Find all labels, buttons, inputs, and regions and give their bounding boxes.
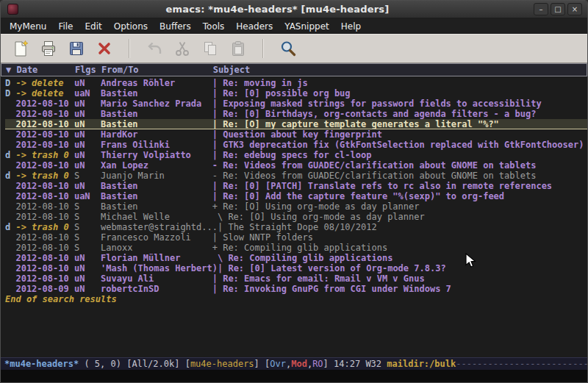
message-row[interactable]: d -> trash 0 S webmaster@straightd... | … — [5, 222, 587, 232]
modeline-segment[interactable]: W32 — [365, 359, 387, 369]
modeline-segment[interactable]: Ovr — [270, 359, 286, 369]
msg-flags: uaN — [74, 88, 101, 99]
message-row[interactable]: 2012-08-10 uN Florian Müllner \ Re: Comp… — [5, 253, 587, 263]
msg-mark — [5, 232, 15, 243]
msg-date: 2012-08-10 — [15, 129, 74, 140]
menu-item-options[interactable]: Options — [108, 20, 154, 33]
modeline-segment[interactable]: maildir:/bulk — [387, 359, 456, 369]
cut-button[interactable] — [169, 37, 196, 60]
message-row[interactable]: 2012-08-10 uN Bastien | Re: [0] Birthday… — [5, 109, 587, 119]
column-header-from[interactable]: From/To — [101, 64, 213, 76]
column-header-subject[interactable]: Subject — [213, 64, 251, 76]
menu-item-yasnippet[interactable]: YASnippet — [279, 20, 335, 33]
menu-item-buffers[interactable]: Buffers — [154, 20, 197, 33]
msg-subject: | The Straight Dope 08/10/2012 — [218, 222, 587, 232]
message-row[interactable]: 2012-08-10 S Francesco Mazzoli | Slow NN… — [5, 232, 587, 243]
window-menu-icon[interactable] — [7, 4, 18, 15]
msg-subject: | Re: [O] my capture template generates … — [212, 119, 587, 129]
msg-flags: uN — [74, 273, 101, 284]
msg-date: 2012-08-10 — [15, 212, 74, 222]
msg-subject: | Re: [0] Latest version of Org-mode 7.8… — [218, 263, 587, 273]
message-row[interactable]: 2012-08-10 S Lanoxx + Re: Compiling glib… — [5, 243, 587, 253]
message-row[interactable]: D -> delete uN Andreas Röhler | Re: movi… — [5, 78, 587, 88]
msg-subject: | Question about key fingerprint — [212, 129, 587, 140]
message-row[interactable]: d -> trash 0 uN Thierry Volpiatto | Re: … — [5, 150, 587, 160]
msg-subject: | Re: [0] Add the capture feature "%(sex… — [212, 191, 587, 201]
msg-mark: d — [5, 150, 15, 160]
menu-item-help[interactable]: Help — [335, 20, 367, 33]
copy-icon — [201, 40, 219, 57]
message-row[interactable]: 2012-08-10 uN Suvayu Ali | Re: Emacs for… — [5, 273, 587, 284]
search-button[interactable] — [275, 37, 301, 60]
msg-mark — [5, 119, 15, 129]
new-file-button[interactable] — [7, 37, 34, 60]
msg-date: 2012-08-10 — [15, 232, 74, 243]
msg-mark — [5, 191, 15, 201]
menu-item-mymenu[interactable]: MyMenu — [4, 20, 52, 33]
menu-item-headers[interactable]: Headers — [230, 20, 279, 33]
message-row[interactable]: 2012-08-10 uN Bastien | Re: [0] [PATCH] … — [5, 181, 587, 191]
menu-item-tools[interactable]: Tools — [197, 20, 231, 33]
paste-button[interactable] — [225, 37, 251, 60]
undo-button[interactable] — [141, 37, 168, 60]
modeline-segment[interactable]: [All/2.0k] — [126, 359, 184, 369]
message-row[interactable]: 2012-08-10 S Bastien + Re: [O] Using org… — [5, 201, 587, 212]
titlebar[interactable]: emacs: *mu4e-headers* [mu4e-headers] –□× — [1, 1, 587, 18]
mode-line[interactable]: *mu4e-headers* ( 5, 0) [All/2.0k] [mu4e-… — [1, 357, 587, 370]
message-row[interactable]: d -> trash 0 S Juanjo Marin - Re: Videos… — [5, 171, 587, 181]
modeline-segment[interactable]: *mu4e-headers* — [4, 359, 84, 369]
msg-mark — [5, 181, 15, 191]
paste-icon — [229, 40, 247, 57]
maximize-button[interactable]: □ — [551, 3, 565, 15]
message-row[interactable]: 2012-08-10 uN Xan Lopez - Re: Videos fro… — [5, 160, 587, 171]
msg-date: 2012-08-09 — [15, 284, 74, 294]
message-row[interactable]: 2012-08-10 uN 'Mash (Thomas Herbert) | R… — [5, 263, 587, 273]
msg-mark — [5, 273, 15, 284]
save-button[interactable] — [63, 37, 90, 60]
msg-date: 2012-08-10 — [15, 109, 74, 119]
headers-buffer: D -> delete uN Andreas Röhler | Re: movi… — [1, 76, 587, 357]
modeline-segment[interactable]: mu4e-headers — [190, 359, 254, 369]
message-row[interactable]: D -> delete uaN Bastien | Re: [0] possib… — [5, 88, 587, 99]
column-header-flags[interactable]: Flgs — [75, 64, 101, 76]
modeline-segment[interactable]: ( 5, 0) — [84, 359, 126, 369]
modeline-segment[interactable]: RO — [312, 359, 323, 369]
message-row[interactable]: 2012-08-10 uN HardKor | Question about k… — [5, 129, 587, 140]
msg-mark — [5, 109, 15, 119]
modeline-segment[interactable]: ] — [323, 359, 334, 369]
save-icon — [68, 40, 85, 57]
modeline-segment[interactable]: 14:27 — [334, 359, 365, 369]
print-button[interactable] — [35, 37, 62, 60]
msg-from: Juanjo Marin — [101, 171, 212, 181]
message-row[interactable]: 2012-08-10 uN Bastien | Re: [O] my captu… — [5, 119, 587, 129]
modeline-segment[interactable]: [ — [185, 359, 190, 369]
cut-icon — [173, 40, 191, 57]
msg-flags: uN — [74, 109, 101, 119]
msg-mark — [5, 160, 15, 171]
close-button[interactable] — [91, 37, 118, 60]
message-row[interactable]: 2012-08-10 uN Frans Oilinki | GTK3 depre… — [5, 140, 587, 150]
minimize-button[interactable]: – — [534, 3, 548, 15]
msg-subject: | GTK3 deprecation fix (GtkFontSelection… — [212, 140, 587, 150]
window-buttons: –□× — [534, 3, 582, 15]
msg-flags: S — [74, 232, 101, 243]
message-row[interactable]: 2012-08-10 uN Mario Sanchez Prada | Expo… — [5, 99, 587, 109]
msg-from: Francesco Mazzoli — [101, 232, 212, 243]
msg-flags: uN — [74, 119, 101, 129]
msg-from: 'Mash (Thomas Herbert) — [101, 263, 218, 273]
column-header-date[interactable]: ▼ Date — [6, 64, 75, 76]
echo-area[interactable] — [1, 370, 587, 382]
message-row[interactable]: 2012-08-10 S Michael Welle \ Re: [O] Usi… — [5, 212, 587, 222]
copy-button[interactable] — [197, 37, 223, 60]
message-row[interactable]: 2012-08-10 uaN Bastien | Re: [0] Add the… — [5, 191, 587, 201]
close-icon — [96, 40, 113, 57]
menu-item-edit[interactable]: Edit — [79, 20, 108, 33]
modeline-segment[interactable]: Mod — [291, 359, 307, 369]
msg-mark — [5, 129, 15, 140]
msg-from: HardKor — [101, 129, 212, 140]
close-button[interactable]: × — [567, 3, 582, 15]
message-row[interactable]: 2012-08-09 uN robertcInSD | Re: Invoking… — [5, 284, 587, 294]
modeline-segment[interactable]: ] — [254, 359, 265, 369]
menu-item-file[interactable]: File — [52, 20, 79, 33]
modeline-segment[interactable]: ----------------------------------------… — [456, 359, 587, 369]
